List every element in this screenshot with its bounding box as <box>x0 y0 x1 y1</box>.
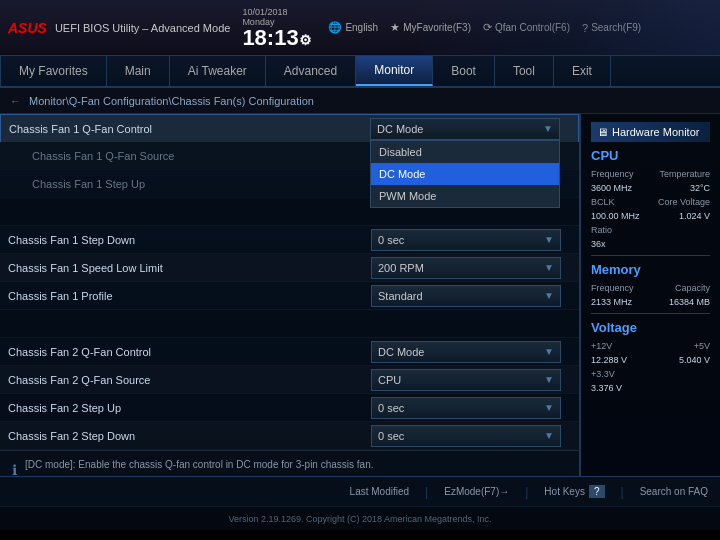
hw-ratio-label-row: Ratio <box>591 225 710 235</box>
nav-bar: My Favorites Main Ai Tweaker Advanced Mo… <box>0 56 720 88</box>
cf2-source-value: CPU <box>378 374 401 386</box>
hw-mem-freq-label-row: Frequency Capacity <box>591 283 710 293</box>
hw-mem-freq-label: Frequency <box>591 283 634 293</box>
hw-5v-value: 5.040 V <box>679 355 710 365</box>
dropdown-cf2-step-down[interactable]: 0 sec ▼ <box>371 425 561 447</box>
dropdown-cf2-step-up[interactable]: 0 sec ▼ <box>371 397 561 419</box>
dropdown-cf2-control[interactable]: DC Mode ▼ <box>371 341 561 363</box>
qfan-label: Qfan Control(F6) <box>495 22 570 33</box>
language-label: English <box>345 22 378 33</box>
tab-tool[interactable]: Tool <box>495 56 554 86</box>
value-cf2-control[interactable]: DC Mode ▼ <box>371 341 571 363</box>
bios-title: UEFI BIOS Utility – Advanced Mode <box>55 22 230 34</box>
value-cf2-step-up[interactable]: 0 sec ▼ <box>371 397 571 419</box>
time-display: 18:13⚙ <box>242 27 311 49</box>
value-cf1-step-down[interactable]: 0 sec ▼ <box>371 229 571 251</box>
row-cf2-source[interactable]: Chassis Fan 2 Q-Fan Source CPU ▼ <box>0 366 579 394</box>
hw-cpu-freq-label-row: Frequency Temperature <box>591 169 710 179</box>
dropdown-cf1-profile[interactable]: Standard ▼ <box>371 285 561 307</box>
row-cf2-control[interactable]: Chassis Fan 2 Q-Fan Control DC Mode ▼ <box>0 338 579 366</box>
hw-panel-title: Hardware Monitor <box>612 126 699 138</box>
hw-bclk-label-row: BCLK Core Voltage <box>591 197 710 207</box>
hw-corevolt-value: 1.024 V <box>679 211 710 221</box>
cf1-control-dropdown[interactable]: DC Mode ▼ <box>370 118 560 140</box>
hw-memory-title: Memory <box>591 262 710 277</box>
hw-33v-value: 3.376 V <box>591 383 622 393</box>
back-arrow[interactable]: ← <box>10 95 21 107</box>
value-cf1-control[interactable]: DC Mode ▼ Disabled DC Mode PWM Mode <box>370 118 570 140</box>
tab-advanced[interactable]: Advanced <box>266 56 356 86</box>
tab-ai-tweaker[interactable]: Ai Tweaker <box>170 56 266 86</box>
tab-main[interactable]: Main <box>107 56 170 86</box>
hw-freq-label: Frequency <box>591 169 634 179</box>
label-cf2-source: Chassis Fan 2 Q-Fan Source <box>8 370 371 390</box>
qfan-link[interactable]: ⟳ Qfan Control(F6) <box>483 21 570 34</box>
option-disabled[interactable]: Disabled <box>371 141 559 163</box>
dropdown-cf2-source[interactable]: CPU ▼ <box>371 369 561 391</box>
search-link[interactable]: ? Search(F9) <box>582 22 641 34</box>
option-pwm-mode[interactable]: PWM Mode <box>371 185 559 207</box>
value-cf1-profile[interactable]: Standard ▼ <box>371 285 571 307</box>
fan-icon: ⟳ <box>483 21 492 34</box>
top-links: 🌐 English ★ MyFavorite(F3) ⟳ Qfan Contro… <box>328 21 712 34</box>
hw-bclk-label: BCLK <box>591 197 615 207</box>
status-div-1: | <box>425 485 428 499</box>
hw-5v-label: +5V <box>694 341 710 351</box>
value-cf2-step-down[interactable]: 0 sec ▼ <box>371 425 571 447</box>
search-faq-item[interactable]: Search on FAQ <box>640 486 708 497</box>
info-bar: ℹ [DC mode]: Enable the chassis Q-fan co… <box>0 450 579 476</box>
hw-ratio-value: 36x <box>591 239 606 249</box>
label-cf2-step-up: Chassis Fan 2 Step Up <box>8 398 371 418</box>
label-cf1-step-down: Chassis Fan 1 Step Down <box>8 230 371 250</box>
dropdown-cf1-step-down[interactable]: 0 sec ▼ <box>371 229 561 251</box>
value-cf1-speed-low[interactable]: 200 RPM ▼ <box>371 257 571 279</box>
row-cf1-profile[interactable]: Chassis Fan 1 Profile Standard ▼ <box>0 282 579 310</box>
label-cf1-step-up: Chassis Fan 1 Step Up <box>16 174 371 194</box>
value-cf2-source[interactable]: CPU ▼ <box>371 369 571 391</box>
label-cf1-control: Chassis Fan 1 Q-Fan Control <box>9 119 370 139</box>
cf1-speed-low-value: 200 RPM <box>378 262 424 274</box>
hw-12v-value: 12.288 V <box>591 355 627 365</box>
option-dc-mode[interactable]: DC Mode <box>371 163 559 185</box>
cf1-step-down-value: 0 sec <box>378 234 404 246</box>
tab-exit[interactable]: Exit <box>554 56 611 86</box>
row-cf1-speed-low[interactable]: Chassis Fan 1 Speed Low Limit 200 RPM ▼ <box>0 254 579 282</box>
hw-divider-1 <box>591 255 710 256</box>
date-display: 10/01/2018 Monday <box>242 7 287 27</box>
hw-header: 🖥 Hardware Monitor <box>591 122 710 142</box>
cf2-step-down-value: 0 sec <box>378 430 404 442</box>
row-cf1-control[interactable]: Chassis Fan 1 Q-Fan Control DC Mode ▼ Di… <box>0 114 579 142</box>
hw-cpu-title: CPU <box>591 148 710 163</box>
last-modified-item[interactable]: Last Modified <box>350 486 409 497</box>
search-label: Search(F9) <box>591 22 641 33</box>
row-cf1-step-down[interactable]: Chassis Fan 1 Step Down 0 sec ▼ <box>0 226 579 254</box>
tab-my-favorites[interactable]: My Favorites <box>0 56 107 86</box>
ezmode-item[interactable]: EzMode(F7)→ <box>444 486 509 497</box>
tab-monitor[interactable]: Monitor <box>356 56 433 86</box>
row-cf2-step-up[interactable]: Chassis Fan 2 Step Up 0 sec ▼ <box>0 394 579 422</box>
language-link[interactable]: 🌐 English <box>328 21 378 34</box>
row-cf2-step-down[interactable]: Chassis Fan 2 Step Down 0 sec ▼ <box>0 422 579 450</box>
dropdown-arrow: ▼ <box>544 374 554 385</box>
tab-boot[interactable]: Boot <box>433 56 495 86</box>
dropdown-cf1-control[interactable]: DC Mode ▼ Disabled DC Mode PWM Mode <box>370 118 560 140</box>
dropdown-arrow: ▼ <box>543 123 553 134</box>
hw-mem-cap-value: 16384 MB <box>669 297 710 307</box>
dropdown-cf1-speed-low[interactable]: 200 RPM ▼ <box>371 257 561 279</box>
cf1-profile-value: Standard <box>378 290 423 302</box>
hw-mem-freq-value-row: 2133 MHz 16384 MB <box>591 297 710 307</box>
info-line-2: [PWM mode]: Enable the chassis Q-fan con… <box>25 473 393 476</box>
hw-voltage-title: Voltage <box>591 320 710 335</box>
hardware-monitor-panel: 🖥 Hardware Monitor CPU Frequency Tempera… <box>580 114 720 476</box>
info-text: [DC mode]: Enable the chassis Q-fan cont… <box>25 457 393 476</box>
language-icon: 🌐 <box>328 21 342 34</box>
left-panel: Chassis Fan 1 Q-Fan Control DC Mode ▼ Di… <box>0 114 580 476</box>
myfavorite-link[interactable]: ★ MyFavorite(F3) <box>390 21 471 34</box>
datetime-area: 10/01/2018 Monday 18:13⚙ <box>242 7 312 49</box>
top-bar: ASUS UEFI BIOS Utility – Advanced Mode 1… <box>0 0 720 56</box>
info-line-1: [DC mode]: Enable the chassis Q-fan cont… <box>25 457 393 473</box>
dropdown-arrow: ▼ <box>544 262 554 273</box>
hotkeys-item[interactable]: Hot Keys ? <box>544 485 604 498</box>
hw-temp-value: 32°C <box>690 183 710 193</box>
label-cf1-speed-low: Chassis Fan 1 Speed Low Limit <box>8 258 371 278</box>
